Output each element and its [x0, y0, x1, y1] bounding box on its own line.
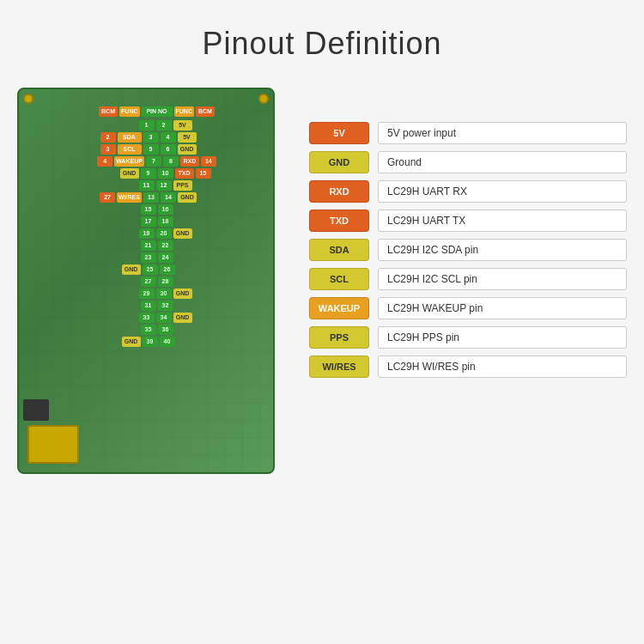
pin-num-r-7: 14 [161, 192, 176, 203]
pin-bcm-l-3: 3 [100, 144, 116, 155]
legend-desc-gnd: Ground [378, 151, 627, 173]
pin-bcm-l-7: 27 [100, 192, 115, 203]
pin-bcm-r-5: 15 [196, 168, 211, 179]
header-pinno: PIN NO [142, 106, 173, 117]
legend-desc-pps: LC29H PPS pin [378, 326, 627, 349]
pin-func-l-3: SCL [118, 144, 142, 155]
legend-badge-txd: TXD [309, 210, 369, 232]
header-bcm-left: BCM [99, 106, 118, 117]
pin-num-l-5: 9 [141, 168, 156, 179]
pin-func-l-7: WI/RES [117, 192, 142, 203]
pin-func-r-7: GND [178, 192, 197, 203]
legend-row-scl: SCL LC29H I2C SCL pin [309, 268, 627, 290]
legend-area: 5V 5V power input GND Ground RXD LC29H U… [309, 88, 627, 378]
board-image: BCM FUNC PIN NO FUNC BCM 1 2 5V [17, 88, 275, 474]
legend-desc-5v: 5V power input [378, 122, 627, 144]
board-area: BCM FUNC PIN NO FUNC BCM 1 2 5V [17, 88, 292, 474]
legend-desc-txd: LC29H UART TX [378, 210, 627, 232]
pin-bcm-l-2: 2 [100, 132, 116, 143]
legend-badge-wires: WI/RES [309, 355, 369, 378]
pin-bcm-l-6 [105, 180, 120, 191]
pin-func-l-2: SDA [118, 132, 142, 143]
pin-num-r-3: 6 [161, 144, 176, 155]
pin-num-r-2: 4 [161, 132, 176, 143]
page-title: Pinout Definition [202, 26, 441, 62]
pin-num-l-4: 7 [146, 156, 161, 167]
pin-func-l-5: GND [120, 168, 139, 179]
pin-num-l-2: 3 [143, 132, 159, 143]
pin-num-l-1: 1 [139, 120, 155, 131]
legend-row-sda: SDA LC29H I2C SDA pin [309, 239, 627, 261]
legend-badge-rxd: RXD [309, 180, 369, 203]
pin-func-l-6 [122, 180, 137, 191]
pin-num-r-4: 8 [163, 156, 179, 167]
pin-func-r-3: GND [178, 144, 197, 155]
pin-func-r-6: PPS [173, 180, 192, 191]
pin-bcm-l-4: 4 [97, 156, 112, 167]
pin-num-l-6: 11 [139, 180, 155, 191]
legend-badge-pps: PPS [309, 326, 369, 349]
pin-func-r-4: RXD [180, 156, 199, 167]
board-hole-tr [258, 94, 269, 104]
pin-num-r-1: 2 [156, 120, 172, 131]
legend-badge-5v: 5V [309, 122, 369, 144]
pin-func-r-5: TXD [175, 168, 194, 179]
pin-bcm-r-6 [194, 180, 210, 191]
board-usb [23, 399, 49, 421]
pin-bcm-r-1 [194, 120, 210, 131]
pin-func-l-4: WAKEUP [114, 156, 144, 167]
pin-bcm-l-1 [105, 120, 120, 131]
legend-desc-sda: LC29H I2C SDA pin [378, 239, 627, 261]
legend-desc-wires: LC29H WI/RES pin [378, 355, 627, 378]
legend-desc-scl: LC29H I2C SCL pin [378, 268, 627, 290]
header-func-left: FUNC [119, 106, 139, 117]
content-area: BCM FUNC PIN NO FUNC BCM 1 2 5V [0, 88, 644, 474]
pin-bcm-r-2 [198, 132, 214, 143]
header-bcm-right: BCM [196, 106, 215, 117]
pin-bcm-r-4: 14 [201, 156, 216, 167]
board-hole-tl [23, 94, 33, 104]
legend-desc-rxd: LC29H UART RX [378, 180, 627, 203]
legend-row-5v: 5V 5V power input [309, 122, 627, 144]
legend-row-wakeup: WAKEUP LC29H WAKEUP pin [309, 297, 627, 319]
legend-badge-sda: SDA [309, 239, 369, 261]
pin-func-r-1: 5V [173, 120, 192, 131]
legend-row-wires: WI/RES LC29H WI/RES pin [309, 355, 627, 378]
legend-badge-gnd: GND [309, 151, 369, 173]
legend-row-rxd: RXD LC29H UART RX [309, 180, 627, 203]
legend-badge-wakeup: WAKEUP [309, 297, 369, 319]
pin-bcm-l-5 [103, 168, 118, 179]
legend-row-gnd: GND Ground [309, 151, 627, 173]
page: Pinout Definition BCM FUNC PIN NO FUNC B… [0, 0, 644, 644]
board-connector [27, 425, 79, 464]
pin-num-r-6: 12 [156, 180, 172, 191]
legend-desc-wakeup: LC29H WAKEUP pin [378, 297, 627, 319]
pin-num-l-3: 5 [143, 144, 159, 155]
legend-row-pps: PPS LC29H PPS pin [309, 326, 627, 349]
legend-row-txd: TXD LC29H UART TX [309, 210, 627, 232]
legend-badge-scl: SCL [309, 268, 369, 290]
header-func-right: FUNC [174, 106, 194, 117]
pin-num-r-5: 10 [158, 168, 173, 179]
pin-num-l-7: 13 [143, 192, 159, 203]
pin-bcm-r-3 [198, 144, 214, 155]
pin-bcm-r-7 [198, 192, 214, 203]
pin-func-l-1 [122, 120, 137, 131]
pin-func-r-2: 5V [178, 132, 197, 143]
